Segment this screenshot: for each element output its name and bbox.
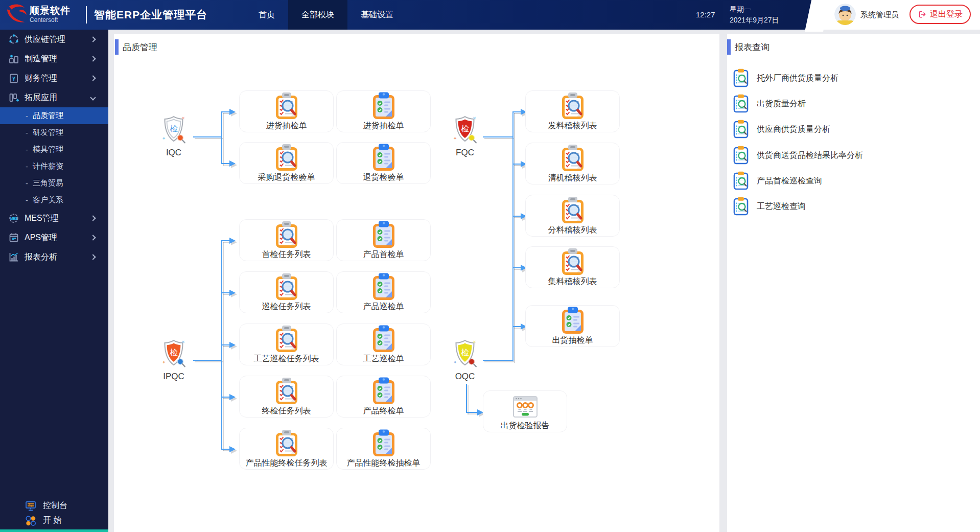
flow-node-label: 发料稽核列表 (548, 121, 597, 131)
sidebar-item-report-analysis[interactable]: 报表分析 (0, 247, 108, 267)
sidebar-subitem-triangle-trade[interactable]: - 三角贸易 (0, 175, 108, 192)
logo-subtitle: Centersoft (30, 16, 71, 24)
flow-node-label: 产品终检单 (363, 406, 404, 416)
report-item-supplier-quality[interactable]: 供应商供货质量分析 (731, 119, 977, 140)
flow-node-process-patrol-tasks[interactable]: 工艺巡检任务列表 (239, 323, 334, 365)
dash-prefix: - (26, 128, 28, 137)
connector-line (512, 326, 521, 327)
nav-basic-settings[interactable]: 基础设置 (347, 0, 407, 30)
sidebar-item-mes[interactable]: MES管理 (0, 209, 108, 228)
avatar[interactable] (834, 4, 856, 25)
connector-line (221, 292, 229, 293)
flow-node-label: 采购退货检验单 (258, 172, 315, 182)
flow-node-incoming-sampling-task[interactable]: 进货抽检单 (239, 90, 334, 132)
flow-node-label: 进货抽检单 (266, 121, 307, 131)
nav-home[interactable]: 首页 (245, 0, 288, 30)
clipboard-magnifier-icon (558, 248, 587, 276)
mes-gear-icon (8, 213, 19, 224)
flow-node-label: 出货抽检单 (552, 335, 593, 345)
clipboard-magnifier-icon (558, 144, 587, 173)
connector-line (466, 412, 477, 413)
start-button[interactable]: 开 始 (0, 513, 108, 528)
report-item-delivery-inspection-ratio[interactable]: 供货商送货品检结果比率分析 (731, 145, 977, 166)
flow-node-label: 集料稽核列表 (548, 276, 597, 287)
app-logo: 顺景软件 Centersoft (5, 3, 71, 26)
console-monitor-icon (25, 500, 37, 512)
flow-node-material-split-audit-list[interactable]: 分料稽核列表 (525, 195, 620, 237)
report-window-icon (511, 392, 540, 421)
console-button[interactable]: 控制台 (0, 498, 108, 513)
start-clover-icon (25, 515, 37, 527)
nav-all-modules[interactable]: 全部模块 (288, 0, 347, 30)
flow-node-purchase-return-inspection[interactable]: 采购退货检验单 (239, 142, 334, 184)
panel-title-text: 报表查询 (735, 41, 769, 53)
arrow-right-icon (229, 290, 236, 296)
sidebar-subitem-rnd[interactable]: - 研发管理 (0, 124, 108, 141)
sidebar-item-label: MES管理 (25, 213, 59, 224)
sidebar-subitem-customer[interactable]: - 客户关系 (0, 192, 108, 209)
report-item-label: 托外厂商供货质量分析 (757, 73, 838, 84)
report-item-label: 供应商供货质量分析 (757, 124, 830, 135)
flow-node-material-collect-audit-list[interactable]: 集料稽核列表 (525, 246, 620, 288)
sidebar-item-supply-chain[interactable]: 供应链管理 (0, 30, 108, 49)
flow-node-product-final-form[interactable]: 产品终检单 (336, 376, 431, 418)
connector-line (221, 111, 222, 164)
flow-node-first-inspection-tasks[interactable]: 首检任务列表 (239, 219, 334, 261)
flow-node-material-issue-audit-list[interactable]: 发料稽核列表 (525, 90, 620, 132)
report-item-process-patrol-query[interactable]: 工艺巡检查询 (731, 196, 977, 217)
sidebar-item-label: 财务管理 (25, 73, 57, 84)
flow-node-shipment-sampling-form[interactable]: 出货抽检单 (525, 305, 620, 347)
logout-button[interactable]: 退出登录 (909, 5, 971, 24)
flow-node-return-inspection-form[interactable]: 退货检验单 (336, 142, 431, 184)
sidebar-item-extended-apps[interactable]: 拓展应用 (0, 88, 108, 107)
clipboard-search-blue-icon (731, 146, 751, 165)
flow-node-label: 工艺巡检任务列表 (254, 354, 319, 364)
flow-node-label: 进货抽检单 (363, 121, 404, 131)
flow-node-patrol-inspection-tasks[interactable]: 巡检任务列表 (239, 271, 334, 313)
group-label: IPQC (158, 372, 189, 382)
sidebar-item-label: 供应链管理 (25, 34, 65, 45)
divider (86, 6, 87, 24)
flow-node-label: 产品性能终检任务列表 (246, 458, 328, 468)
flow-node-incoming-sampling-form[interactable]: 进货抽检单 (336, 90, 431, 132)
quality-panel: 品质管理 IQC IPQC FQC OQC (114, 34, 719, 532)
sidebar-subitem-label: 计件薪资 (33, 161, 63, 171)
weekday: 星期一 (730, 4, 779, 15)
flow-node-process-patrol-form[interactable]: 工艺巡检单 (336, 323, 431, 365)
flow-node-product-first-inspection-form[interactable]: 产品首检单 (336, 219, 431, 261)
sidebar-subitem-piecework[interactable]: - 计件薪资 (0, 158, 108, 175)
flow-node-product-patrol-form[interactable]: 产品巡检单 (336, 271, 431, 313)
connector-line (512, 111, 521, 112)
flow-node-final-inspection-tasks[interactable]: 终检任务列表 (239, 376, 334, 418)
arrow-right-icon (229, 238, 236, 244)
sidebar-subitem-label: 模具管理 (33, 145, 63, 154)
connector-line (221, 111, 229, 112)
connector-line (512, 216, 521, 217)
connector-line (512, 111, 514, 361)
clipboard-magnifier-icon (272, 377, 301, 406)
flow-node-machine-clear-audit-list[interactable]: 清机稽核列表 (525, 143, 620, 184)
flow-node-performance-final-tasks[interactable]: 产品性能终检任务列表 (239, 428, 334, 470)
sidebar-subitem-mold[interactable]: - 模具管理 (0, 141, 108, 158)
arrow-right-icon (229, 394, 236, 400)
chevron-right-icon (90, 235, 96, 240)
sidebar-subitem-quality[interactable]: - 品质管理 (0, 107, 108, 124)
clipboard-magnifier-icon (558, 92, 587, 121)
report-item-outsource-quality[interactable]: 托外厂商供货质量分析 (731, 68, 977, 88)
connector-line (221, 397, 229, 398)
chevron-right-icon (90, 215, 96, 221)
flow-node-label: 终检任务列表 (262, 406, 311, 416)
top-nav: 首页 全部模块 基础设置 (245, 0, 407, 30)
flow-node-performance-final-sampling-form[interactable]: 产品性能终检抽检单 (336, 428, 431, 470)
sidebar-item-manufacturing[interactable]: 制造管理 (0, 49, 108, 68)
sidebar-item-finance[interactable]: 财务管理 (0, 68, 108, 88)
flow-node-shipment-inspection-report[interactable]: 出货检验报告 (483, 390, 567, 432)
sidebar-item-aps[interactable]: APS管理 (0, 228, 108, 247)
report-item-shipment-quality[interactable]: 出货质量分析 (731, 94, 977, 114)
dash-prefix: - (26, 162, 28, 171)
connector-line (221, 163, 229, 164)
connector-line (466, 384, 467, 413)
clipboard-checklist-icon (369, 325, 398, 354)
report-item-first-patrol-query[interactable]: 产品首检巡检查询 (731, 171, 977, 191)
flow-node-label: 产品首检单 (363, 249, 404, 260)
